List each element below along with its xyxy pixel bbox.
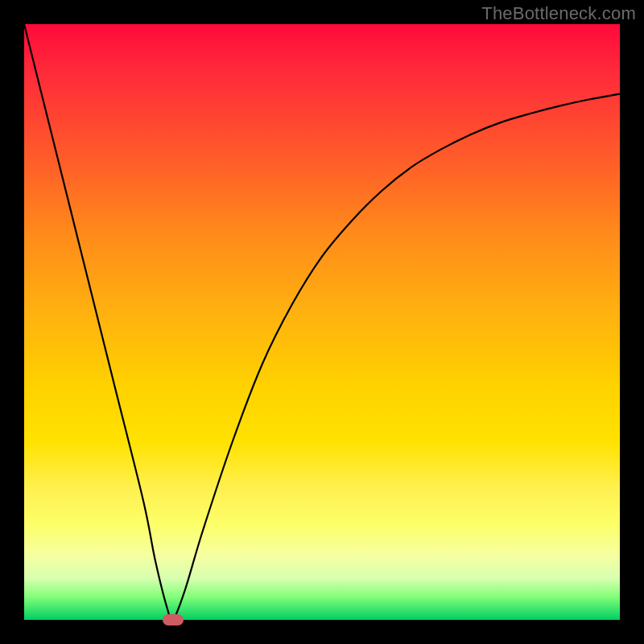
curve-svg [24,24,620,620]
bottleneck-curve [24,24,620,620]
plot-area [24,24,620,620]
chart-frame: TheBottleneck.com [0,0,644,644]
watermark-text: TheBottleneck.com [481,3,636,24]
